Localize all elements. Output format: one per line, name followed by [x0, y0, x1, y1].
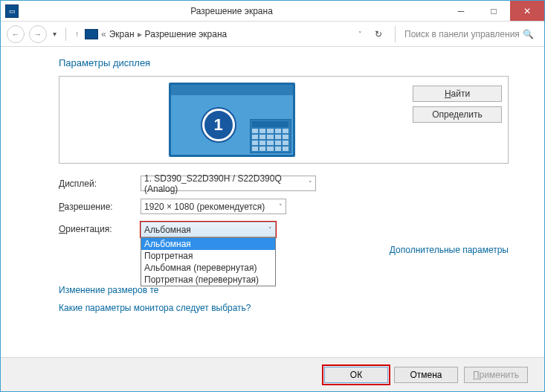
titlebar: ▭ Разрешение экрана ─ □ ✕	[1, 1, 544, 22]
window-title: Разрешение экрана	[19, 6, 445, 16]
display-select[interactable]: 1. SD390_S22D390H / S22D390Q (Analog) ˅	[141, 176, 316, 191]
display-value: 1. SD390_S22D390H / S22D390Q (Analog)	[144, 173, 309, 194]
display-preview-panel: 1 Найти Определить	[59, 76, 509, 164]
footer-bar: ОК Отмена Применить	[1, 357, 544, 391]
monitor-grid-icon	[250, 119, 291, 153]
chevron-down-icon: ˅	[309, 180, 312, 187]
resolution-value: 1920 × 1080 (рекомендуется)	[144, 202, 265, 212]
orientation-dropdown: Альбомная Портретная Альбомная (переверн…	[141, 237, 276, 286]
orientation-option-landscape[interactable]: Альбомная	[141, 238, 275, 250]
orientation-option-portrait-flipped[interactable]: Портретная (перевернутая)	[141, 274, 275, 286]
orientation-option-portrait[interactable]: Портретная	[141, 250, 275, 262]
resolution-select[interactable]: 1920 × 1080 (рекомендуется) ˅	[141, 199, 286, 214]
search-icon: 🔍	[523, 29, 534, 39]
navbar: ← → ▾ ↑ « Экран ▸ Разрешение экрана ˅ ↻ …	[1, 22, 544, 47]
separator	[395, 26, 396, 42]
up-button[interactable]: ↑	[75, 30, 79, 38]
orientation-select[interactable]: Альбомная ˅	[141, 222, 276, 237]
advanced-link-row: Дополнительные параметры	[59, 245, 509, 255]
chevron-down-icon: ˅	[279, 203, 283, 211]
preview-holder: 1	[65, 83, 398, 157]
breadcrumb[interactable]: « Экран ▸ Разрешение экрана	[85, 29, 354, 39]
apply-button: Применить	[464, 367, 528, 383]
chevron-down-icon: ˅	[268, 226, 272, 234]
breadcrumb-item-screen[interactable]: Экран	[109, 29, 135, 39]
monitor-preview[interactable]: 1	[169, 83, 295, 157]
refresh-button[interactable]: ↻	[371, 29, 386, 39]
orientation-option-landscape-flipped[interactable]: Альбомная (перевернутая)	[141, 262, 275, 274]
search-box[interactable]: Поиск в панели управления 🔍	[404, 29, 538, 39]
breadcrumb-arrow: ▸	[138, 29, 142, 39]
resolution-label: Разрешение:	[59, 202, 141, 212]
window-frame: ▭ Разрешение экрана ─ □ ✕ ← → ▾ ↑ « Экра…	[0, 0, 545, 392]
monitor-number-badge: 1	[202, 109, 235, 141]
recent-dropdown[interactable]: ▾	[53, 30, 57, 38]
separator	[65, 28, 66, 41]
app-icon: ▭	[5, 4, 19, 18]
which-monitor-link[interactable]: Какие параметры монитора следует выбрать…	[59, 303, 509, 313]
ok-button[interactable]: ОК	[324, 367, 388, 383]
help-links: Изменение размеров те Какие параметры мо…	[59, 285, 509, 313]
minimize-button[interactable]: ─	[445, 1, 477, 21]
back-button[interactable]: ←	[7, 25, 25, 43]
orientation-row: Ориентация: Альбомная ˅ Альбомная Портре…	[59, 222, 509, 237]
page-heading: Параметры дисплея	[59, 57, 509, 68]
display-row: Дисплей: 1. SD390_S22D390H / S22D390Q (A…	[59, 176, 509, 191]
display-label: Дисплей:	[59, 179, 141, 189]
advanced-settings-link[interactable]: Дополнительные параметры	[390, 245, 509, 255]
resize-text-link[interactable]: Изменение размеров те	[59, 285, 509, 295]
orientation-label: Ориентация:	[59, 222, 141, 234]
breadcrumb-item-resolution[interactable]: Разрешение экрана	[145, 29, 228, 39]
window-controls: ─ □ ✕	[445, 1, 544, 21]
detect-button[interactable]: Определить	[413, 106, 502, 123]
search-placeholder: Поиск в панели управления	[404, 29, 520, 39]
maximize-button[interactable]: □	[477, 1, 510, 21]
monitor-icon	[85, 29, 98, 39]
path-dropdown[interactable]: ˅	[358, 30, 362, 38]
cancel-button[interactable]: Отмена	[394, 367, 458, 383]
close-button[interactable]: ✕	[510, 1, 544, 21]
content-area: Параметры дисплея 1 Найти Определить	[1, 47, 544, 328]
side-buttons: Найти Определить	[413, 83, 502, 123]
orientation-value: Альбомная	[144, 225, 191, 235]
breadcrumb-sep: «	[101, 29, 106, 39]
find-button[interactable]: Найти	[413, 86, 502, 102]
resolution-row: Разрешение: 1920 × 1080 (рекомендуется) …	[59, 199, 509, 214]
orientation-control: Альбомная ˅ Альбомная Портретная Альбомн…	[141, 222, 276, 237]
forward-button[interactable]: →	[29, 25, 47, 43]
